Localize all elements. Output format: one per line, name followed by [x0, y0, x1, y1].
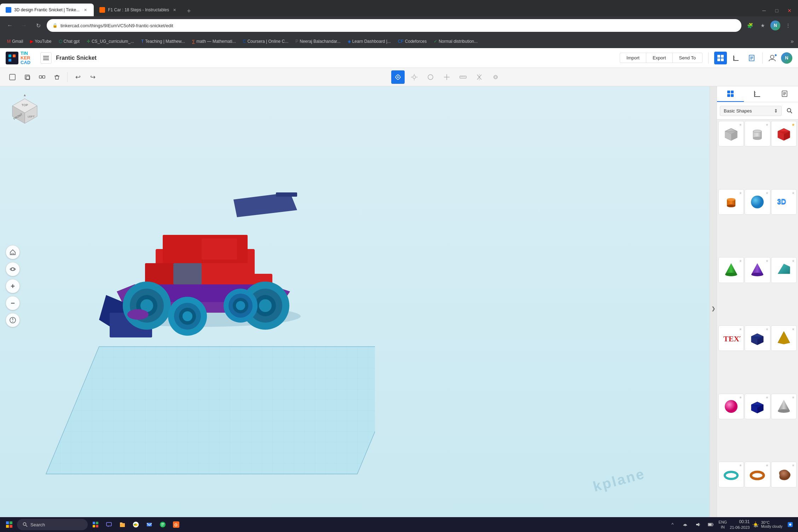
shape-item-sphere[interactable]: ★	[745, 189, 770, 215]
import-button[interactable]: Import	[620, 53, 646, 63]
shape-item-box-blue[interactable]: ★	[745, 394, 770, 419]
favorite-star[interactable]: ★	[739, 191, 742, 195]
shape-item-pyramid-yellow[interactable]: ★	[771, 325, 797, 351]
favorite-star[interactable]: ★	[765, 191, 769, 195]
align-tool[interactable]	[440, 70, 453, 84]
taskbar-weather[interactable]: 30°C Mostly cloudy	[752, 520, 782, 528]
shape-item-text-red[interactable]: ★ TEXT	[718, 325, 744, 351]
bookmark-gmail[interactable]: M Gmail	[4, 37, 26, 45]
taskbar-chat[interactable]	[103, 518, 115, 531]
favorite-star[interactable]: ★	[792, 191, 795, 195]
shape-tool[interactable]	[424, 70, 437, 84]
favorite-star[interactable]: ★	[739, 259, 742, 263]
redo-tool[interactable]: ↪	[86, 70, 99, 84]
maximize-button[interactable]: □	[771, 5, 782, 16]
tray-chevron[interactable]: ^	[667, 520, 677, 530]
tinkercad-logo[interactable]: TIN KER CAD	[6, 51, 36, 65]
bookmarks-more-button[interactable]: »	[791, 38, 794, 45]
tab-notes[interactable]	[771, 86, 798, 102]
favorite-star-filled[interactable]: ★	[792, 123, 795, 127]
favorite-star[interactable]: ★	[765, 395, 769, 399]
favorite-star[interactable]: ★	[765, 123, 769, 127]
shape-item-cone-green[interactable]: ★	[718, 257, 744, 283]
light-tool[interactable]	[407, 70, 421, 84]
camera-tool[interactable]	[391, 70, 405, 84]
taskbar-clock[interactable]: 00:31 21-06-2023	[730, 519, 750, 530]
favorite-star[interactable]: ★	[765, 463, 769, 467]
shape-item-brown[interactable]: ★	[771, 462, 797, 487]
group-tool[interactable]	[35, 70, 49, 84]
menu-button[interactable]	[40, 52, 52, 64]
taskbar-app-orange[interactable]: O	[170, 518, 183, 531]
tab-active[interactable]: 3D design Frantic Snicket | Tinke... ✕	[0, 4, 94, 16]
shape-item-torus-teal[interactable]: ★	[718, 462, 744, 487]
bookmark-teaching[interactable]: T Teaching | Matthew...	[138, 37, 188, 45]
menu-icon[interactable]: ⋮	[782, 20, 794, 31]
shape-item-dark-box[interactable]: ★	[745, 325, 770, 351]
home-button[interactable]	[6, 313, 20, 327]
tray-network[interactable]	[680, 520, 690, 530]
favorite-star[interactable]: ★	[739, 123, 742, 127]
taskbar-search[interactable]: Search	[17, 519, 88, 530]
favorite-star[interactable]: ★	[739, 395, 742, 399]
start-button[interactable]	[3, 518, 16, 531]
copy-tool[interactable]	[21, 70, 34, 84]
favorite-star[interactable]: ★	[792, 327, 795, 331]
minimize-button[interactable]: ─	[758, 5, 770, 16]
favorite-star[interactable]: ★	[739, 327, 742, 331]
bookmark-icon[interactable]: ★	[757, 20, 768, 31]
tab-inactive[interactable]: F1 Car : 18 Steps - Instructables ✕	[94, 4, 183, 16]
bookmark-chatgpt[interactable]: ⬡ Chat gpt	[56, 37, 82, 45]
taskbar-widgets[interactable]	[89, 518, 102, 531]
shape-item-cone-gray[interactable]: ★	[771, 394, 797, 419]
tab-close-1[interactable]: ✕	[82, 7, 88, 13]
bookmark-codeforces[interactable]: CF Codeforces	[395, 37, 429, 45]
forward-button[interactable]: →	[18, 20, 30, 31]
delete-tool[interactable]	[50, 70, 64, 84]
shape-item-cone-purple[interactable]: ★	[745, 257, 770, 283]
mirror-tool[interactable]	[473, 70, 486, 84]
tab-close-2[interactable]: ✕	[172, 7, 178, 13]
shape-item-cylinder[interactable]: ★	[718, 189, 744, 215]
tab-ruler[interactable]	[744, 86, 771, 102]
ruler-tool[interactable]	[456, 70, 470, 84]
tray-battery[interactable]	[706, 520, 716, 530]
bookmark-cs[interactable]: ✛ CS_UG_curriculum_...	[84, 37, 137, 45]
favorite-star[interactable]: ★	[792, 259, 795, 263]
zoom-out-button[interactable]: −	[6, 296, 20, 310]
tab-shapes[interactable]	[717, 86, 744, 102]
zoom-in-button[interactable]: +	[6, 279, 20, 293]
bookmark-math[interactable]: ∑ math — Mathemati...	[189, 37, 239, 45]
favorite-star[interactable]: ★	[765, 259, 769, 263]
notification-button[interactable]	[785, 520, 795, 530]
measure-button[interactable]	[730, 52, 742, 64]
undo-tool[interactable]: ↩	[71, 70, 85, 84]
bookmark-learn[interactable]: ◈ Learn Dashboard |...	[345, 37, 394, 45]
user-avatar[interactable]: N	[781, 52, 792, 64]
bookmark-neeraj[interactable]: P Neeraj Balachandar...	[293, 37, 343, 45]
shape-item-cylinder-hole[interactable]: ★	[745, 121, 770, 146]
taskbar-explorer[interactable]	[116, 518, 129, 531]
shape-item-box-hole[interactable]: ★	[718, 121, 744, 146]
orbit-button[interactable]	[6, 262, 20, 276]
new-tab-button[interactable]: ＋	[183, 5, 195, 16]
shape-category-dropdown[interactable]: Basic Shapes ⇕	[720, 106, 782, 116]
add-user-button[interactable]	[767, 52, 778, 64]
viewport[interactable]: kplane	[0, 86, 710, 531]
favorite-star[interactable]: ★	[792, 463, 795, 467]
bookmark-youtube[interactable]: ▶ YouTube	[27, 37, 54, 45]
home-view-button[interactable]	[6, 245, 20, 259]
notes-button[interactable]	[745, 52, 758, 64]
select-tool[interactable]	[6, 70, 19, 84]
shape-item-red-box[interactable]: ★	[771, 121, 797, 146]
shape-item-torus-orange[interactable]: ★	[745, 462, 770, 487]
taskbar-chrome[interactable]	[129, 518, 142, 531]
shape-item-sphere-pink[interactable]: ★	[718, 394, 744, 419]
reload-button[interactable]: ↻	[33, 20, 44, 31]
favorite-star[interactable]: ★	[765, 327, 769, 331]
group-shapes-tool[interactable]	[489, 70, 502, 84]
back-button[interactable]: ←	[4, 20, 16, 31]
bookmark-normal[interactable]: ✓ Normal distribution...	[431, 37, 480, 45]
shape-item-text3d[interactable]: ★ 3D 3D	[771, 189, 797, 215]
extensions-icon[interactable]: 🧩	[744, 20, 756, 31]
